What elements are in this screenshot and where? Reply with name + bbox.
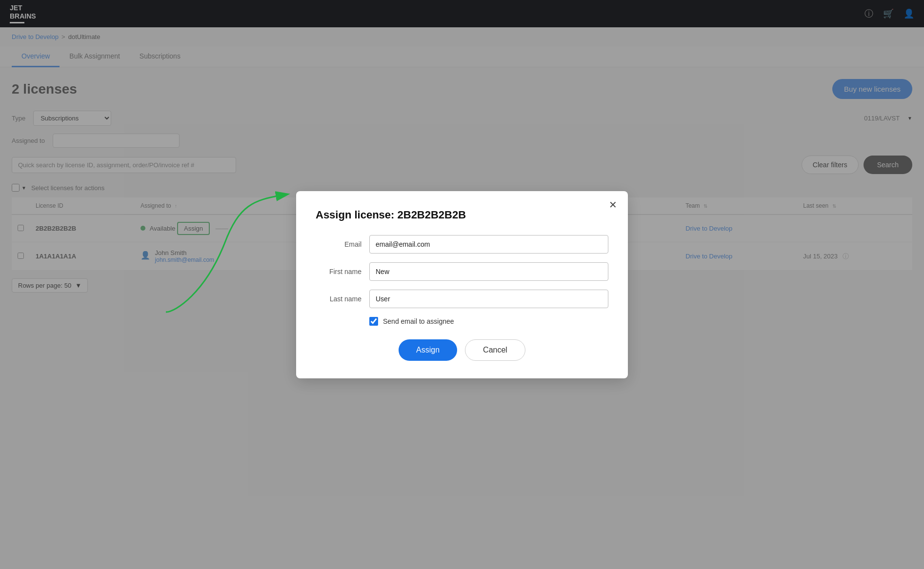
send-email-label: Send email to assignee <box>383 317 454 325</box>
lastname-input[interactable] <box>369 290 608 308</box>
firstname-input[interactable] <box>369 262 608 281</box>
send-email-checkbox[interactable] <box>369 317 378 326</box>
email-form-row: Email <box>316 235 608 254</box>
modal-assign-button[interactable]: Assign <box>399 339 457 361</box>
modal-close-button[interactable]: ✕ <box>609 200 617 210</box>
assign-license-modal: Assign license: 2B2B2B2B2B ✕ Email First… <box>296 191 628 378</box>
firstname-label: First name <box>316 268 369 275</box>
email-label: Email <box>316 240 369 248</box>
page-body: Drive to Develop > dotUltimate Overview … <box>0 27 924 569</box>
modal-overlay: Assign license: 2B2B2B2B2B ✕ Email First… <box>0 0 924 569</box>
lastname-form-row: Last name <box>316 290 608 308</box>
firstname-form-row: First name <box>316 262 608 281</box>
modal-title: Assign license: 2B2B2B2B2B <box>316 209 608 221</box>
lastname-label: Last name <box>316 295 369 303</box>
send-email-checkbox-row: Send email to assignee <box>369 317 608 326</box>
email-input[interactable] <box>369 235 608 254</box>
modal-cancel-button[interactable]: Cancel <box>465 339 525 361</box>
modal-actions: Assign Cancel <box>316 339 608 361</box>
